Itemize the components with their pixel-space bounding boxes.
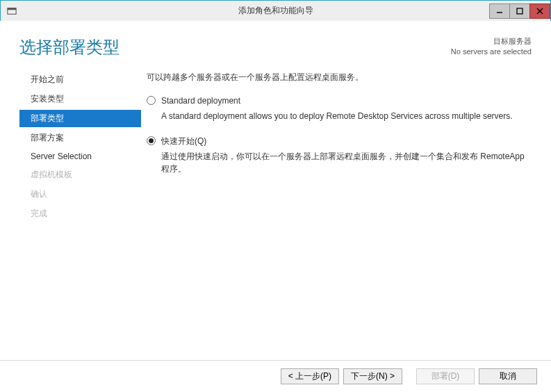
wizard-steps-sidebar: 开始之前安装类型部署类型部署方案Server Selection虚拟机模板确认完…	[19, 71, 141, 224]
sidebar-step-7: 完成	[19, 205, 141, 222]
radio-standard[interactable]	[147, 96, 156, 105]
main-panel: 可以跨越多个服务器或在一个服务器上配置远程桌面服务。 Standard depl…	[141, 71, 532, 224]
intro-text: 可以跨越多个服务器或在一个服务器上配置远程桌面服务。	[147, 71, 532, 83]
sidebar-step-2[interactable]: 部署类型	[19, 110, 141, 127]
radio-quick[interactable]	[147, 136, 156, 145]
titlebar: 添加角色和功能向导	[1, 1, 550, 22]
sidebar-step-3[interactable]: 部署方案	[19, 129, 141, 147]
sidebar-step-4[interactable]: Server Selection	[19, 149, 141, 164]
previous-button[interactable]: < 上一步(P)	[281, 368, 339, 384]
sidebar-step-1[interactable]: 安装类型	[19, 90, 141, 108]
option-label-standard: Standard deployment	[161, 95, 240, 107]
option-description-quick: 通过使用快速启动，你可以在一个服务器上部署远程桌面服务，并创建一个集合和发布 R…	[161, 150, 532, 175]
option-label-quick: 快速开始(Q)	[161, 135, 206, 147]
deployment-option-quick[interactable]: 快速开始(Q)	[147, 135, 532, 147]
sidebar-step-5: 虚拟机模板	[19, 166, 141, 183]
deployment-option-standard[interactable]: Standard deployment	[147, 95, 532, 107]
cancel-button[interactable]: 取消	[479, 368, 537, 384]
next-button[interactable]: 下一步(N) >	[343, 368, 402, 384]
sidebar-step-6: 确认	[19, 186, 141, 203]
window-title: 添加角色和功能向导	[1, 5, 550, 17]
sidebar-step-0[interactable]: 开始之前	[19, 71, 141, 88]
target-label: 目标服务器	[451, 36, 532, 47]
option-description-standard: A standard deployment allows you to depl…	[161, 110, 532, 122]
page-title: 选择部署类型	[19, 36, 120, 58]
footer-buttons: < 上一步(P) 下一步(N) > 部署(D) 取消	[0, 360, 551, 392]
target-server-box: 目标服务器 No servers are selected	[451, 36, 532, 58]
target-status: No servers are selected	[451, 47, 532, 57]
deploy-button: 部署(D)	[416, 368, 475, 384]
